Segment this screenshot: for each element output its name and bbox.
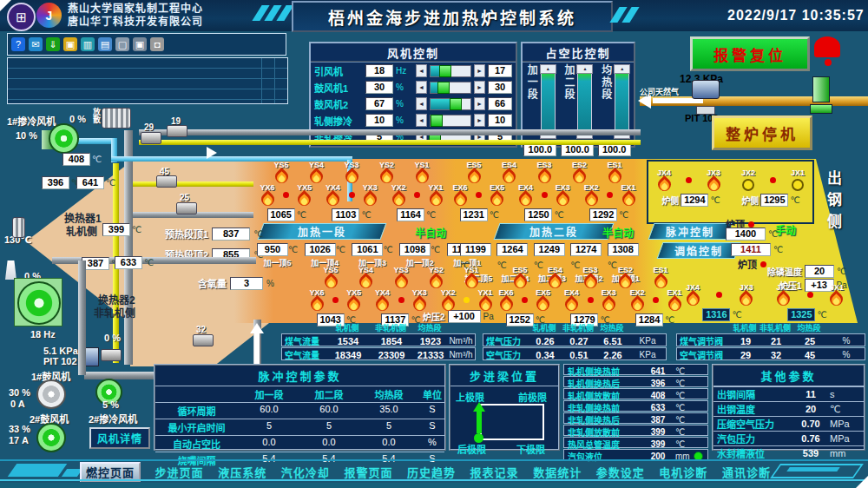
burner-YX5[interactable]: YX5 <box>292 183 318 206</box>
burner-ES1[interactable]: ES1 <box>648 266 674 288</box>
fan-row-value[interactable]: 67 <box>365 97 393 110</box>
fan-slider-thumb[interactable] <box>439 65 451 77</box>
chart-icon[interactable]: ▥ <box>81 37 95 51</box>
burner-ES2[interactable]: ES2 <box>613 266 639 288</box>
burner-EX3[interactable]: EX3 <box>595 288 621 311</box>
slider-left-button[interactable]: ◄ <box>416 114 427 127</box>
furnace-stop-button[interactable]: 整炉停机 <box>712 115 812 150</box>
fan-row-setpoint[interactable]: 66 <box>488 97 512 110</box>
slider-right-button[interactable]: ► <box>474 114 485 127</box>
duty-up-button[interactable]: ▴ <box>614 64 630 74</box>
burner-ES5[interactable]: ES5 <box>461 161 487 183</box>
download-icon[interactable]: ⇓ <box>46 37 60 51</box>
burner-YS3[interactable]: YS3 <box>339 161 365 183</box>
slider-right-button[interactable]: ► <box>474 81 485 94</box>
duty-value[interactable]: 100.0 <box>523 143 556 156</box>
fan-row-setpoint[interactable]: 10 <box>488 114 512 127</box>
tab-液压系统[interactable]: 液压系统 <box>218 464 266 480</box>
window-icon[interactable]: ▢ <box>115 37 129 51</box>
fan-slider-thumb[interactable] <box>437 82 450 94</box>
tab-数据统计[interactable]: 数据统计 <box>533 464 582 480</box>
tab-报警页面[interactable]: 报警页面 <box>344 464 392 480</box>
flame-control-button[interactable]: 调焰控制 <box>657 242 741 259</box>
burner-ES1[interactable]: ES1 <box>602 161 628 183</box>
valve-29-icon[interactable] <box>141 132 161 144</box>
burner-EX2[interactable]: EX2 <box>578 183 604 206</box>
burner-YS5[interactable]: YS5 <box>268 161 294 183</box>
burner-EX4[interactable]: EX4 <box>559 288 585 311</box>
burner-EX6[interactable]: EX6 <box>493 288 519 311</box>
burner-JX4[interactable]: JX4 <box>651 168 677 191</box>
valve-25-icon[interactable] <box>176 202 197 214</box>
burner-YS4[interactable]: YS4 <box>304 161 330 183</box>
burner-YS2[interactable]: YS2 <box>374 161 400 183</box>
valve-45-icon[interactable] <box>156 175 177 188</box>
burner-ES2[interactable]: ES2 <box>567 161 593 183</box>
burner-YS2[interactable]: YS2 <box>424 266 450 288</box>
duty-up-button[interactable]: ▴ <box>540 64 556 74</box>
burner-EX6[interactable]: EX6 <box>447 183 473 206</box>
duty-slider[interactable]: ▴▾ <box>615 64 629 139</box>
burner-YX4[interactable]: YX4 <box>370 288 396 311</box>
fan-slider[interactable] <box>430 65 471 77</box>
duty-value[interactable]: 100.0 <box>561 143 594 156</box>
fan-slider[interactable] <box>430 82 471 94</box>
duty-value[interactable]: 100.0 <box>598 143 631 156</box>
duty-up-button[interactable]: ▴ <box>576 64 593 74</box>
lock-icon[interactable]: ◘ <box>150 37 164 51</box>
burner-ES4[interactable]: ES4 <box>496 161 523 183</box>
burner-EX5[interactable]: EX5 <box>530 288 556 311</box>
fan-row-value[interactable]: 10 <box>365 114 393 127</box>
fan-row-setpoint[interactable]: 30 <box>488 81 512 94</box>
blower2-icon[interactable] <box>36 423 66 452</box>
burner-EX1[interactable]: EX1 <box>615 183 641 206</box>
fan-row-setpoint[interactable]: 17 <box>488 64 512 77</box>
folder-icon[interactable]: ▣ <box>63 37 77 51</box>
burner-YX2[interactable]: YX2 <box>385 183 411 206</box>
burner-EX4[interactable]: EX4 <box>513 183 539 206</box>
burner-JX2[interactable]: JX2 <box>735 168 761 191</box>
print-icon[interactable]: ▣ <box>133 37 147 51</box>
fan1-icon[interactable] <box>49 123 79 154</box>
tab-报表记录[interactable]: 报表记录 <box>470 464 519 480</box>
burner-JX3[interactable]: JX3 <box>733 283 760 306</box>
valve-19-icon[interactable] <box>167 125 187 137</box>
burner-YS3[interactable]: YS3 <box>388 266 414 288</box>
slider-left-button[interactable]: ◄ <box>416 97 427 110</box>
burner-YS1[interactable]: YS1 <box>458 266 484 288</box>
duty-slider[interactable]: ▴▾ <box>577 64 592 139</box>
tab-历史趋势[interactable]: 历史趋势 <box>407 464 456 480</box>
burner-YS5[interactable]: YS5 <box>318 266 344 288</box>
tab-参数设定[interactable]: 参数设定 <box>596 464 645 480</box>
tab-步进页面[interactable]: 步进页面 <box>155 464 204 480</box>
slider-left-button[interactable]: ◄ <box>416 64 427 77</box>
fan-detail-button[interactable]: 风机详情 <box>89 427 150 449</box>
burner-YX1[interactable]: YX1 <box>423 183 449 206</box>
blower1-icon[interactable] <box>36 379 66 409</box>
tab-汽化冷却[interactable]: 汽化冷却 <box>281 464 330 480</box>
tab-电机诊断[interactable]: 电机诊断 <box>659 464 707 480</box>
help-icon[interactable]: ? <box>11 37 25 51</box>
fan-row-value[interactable]: 18 <box>365 64 393 77</box>
tab-通讯诊断[interactable]: 通讯诊断 <box>722 464 771 480</box>
burner-ES5[interactable]: ES5 <box>507 266 533 288</box>
valve-32-icon[interactable] <box>193 334 214 346</box>
burner-YX3[interactable]: YX3 <box>357 183 383 206</box>
gas-valve-icon[interactable] <box>812 76 830 102</box>
burner-YX4[interactable]: YX4 <box>320 183 346 206</box>
pulse-control-button[interactable]: 脉冲控制 <box>648 223 733 240</box>
burner-JX1[interactable]: JX1 <box>785 168 811 191</box>
burner-JX4[interactable]: JX4 <box>680 283 706 306</box>
midfan-icon[interactable] <box>17 281 61 325</box>
burner-ES4[interactable]: ES4 <box>542 266 569 288</box>
left-valve-icon[interactable] <box>101 349 122 361</box>
fan-row-value[interactable]: 30 <box>365 81 393 94</box>
pit103-transmitter-icon[interactable] <box>692 80 720 99</box>
slider-left-button[interactable]: ◄ <box>416 81 427 94</box>
fan-slider[interactable] <box>430 98 471 110</box>
burner-YS1[interactable]: YS1 <box>409 161 435 183</box>
alarm-reset-button[interactable]: 报警复位 <box>690 36 810 71</box>
burner-YX3[interactable]: YX3 <box>406 288 432 311</box>
send-icon[interactable]: ✉ <box>29 37 43 51</box>
burner-EX3[interactable]: EX3 <box>549 183 575 206</box>
